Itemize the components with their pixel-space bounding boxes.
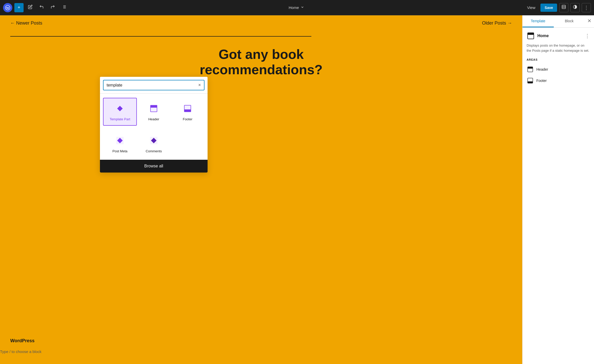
block-label-footer: Footer — [183, 117, 192, 121]
template-part-icon — [114, 102, 126, 115]
add-icon: + — [18, 5, 21, 10]
list-view-button[interactable] — [59, 3, 69, 12]
more-options-button[interactable]: ⋮ — [582, 3, 591, 12]
view-button[interactable]: View — [524, 4, 538, 11]
block-grid: Template Part Header — [100, 94, 208, 130]
main-layout: ← Newer Posts Older Posts → Got any book… — [0, 15, 594, 364]
canvas-navigation: ← Newer Posts Older Posts → — [0, 15, 522, 31]
sidebar-content: Home ⋮ Displays posts on the homepage, o… — [523, 28, 594, 364]
block-label-template-part: Template Part — [110, 117, 130, 121]
close-icon — [587, 18, 592, 25]
block-label-header: Header — [148, 117, 159, 121]
undo-button[interactable] — [37, 3, 46, 12]
block-label-post-meta: Post Meta — [112, 149, 128, 153]
tab-template[interactable]: Template — [523, 15, 554, 27]
block-grid-row2: Post Meta Comments — [100, 130, 208, 160]
older-posts-link[interactable]: Older Posts → — [482, 20, 512, 26]
block-search-input[interactable] — [107, 83, 196, 88]
header-area-icon — [527, 66, 534, 73]
svg-text:W: W — [6, 6, 9, 10]
header-area-name: Header — [536, 67, 548, 71]
svg-rect-27 — [528, 33, 534, 35]
wp-logo-icon[interactable]: W — [3, 3, 12, 12]
search-row: × — [100, 77, 208, 94]
post-meta-icon — [114, 134, 126, 147]
canvas-divider — [10, 36, 311, 37]
canvas-body: Got any book recommendations? — [0, 31, 522, 90]
headline-line1: Got any book — [219, 47, 304, 62]
canvas-area: ← Newer Posts Older Posts → Got any book… — [0, 15, 522, 364]
template-header-icon — [527, 32, 535, 40]
clear-icon: × — [198, 82, 201, 88]
svg-rect-8 — [562, 5, 566, 9]
redo-button[interactable] — [48, 3, 57, 12]
area-item-header[interactable]: Header — [527, 64, 590, 75]
contrast-button[interactable] — [570, 3, 580, 12]
older-posts-label: Older Posts → — [482, 20, 512, 26]
footer-area-name: Footer — [536, 79, 547, 83]
block-item-header[interactable]: Header — [137, 98, 171, 126]
page-title: Home — [289, 5, 299, 10]
more-icon: ⋮ — [584, 5, 589, 11]
block-item-post-meta[interactable]: Post Meta — [103, 130, 137, 158]
toolbar: W + — [0, 0, 594, 15]
search-box: × — [103, 80, 204, 90]
list-icon — [62, 5, 66, 10]
save-button[interactable]: Save — [540, 4, 557, 12]
block-item-footer[interactable]: Footer — [171, 98, 204, 126]
page-selector-button[interactable]: Home — [286, 4, 307, 11]
canvas-block-prompt: Type / to choose a block — [0, 349, 42, 354]
footer-block-icon — [181, 102, 194, 115]
canvas-content: ← Newer Posts Older Posts → Got any book… — [0, 15, 522, 364]
browse-all-button[interactable]: Browse all — [100, 160, 208, 173]
sidebar-tabs: Template Block — [523, 15, 594, 28]
block-label-comments: Comments — [146, 149, 162, 153]
redo-icon — [50, 5, 55, 10]
comments-icon — [148, 134, 160, 147]
area-item-footer[interactable]: Footer — [527, 75, 590, 86]
dropdown-icon — [301, 5, 304, 10]
search-clear-button[interactable]: × — [198, 82, 201, 88]
block-item-comments[interactable]: Comments — [137, 130, 171, 158]
areas-label: AREAS — [527, 58, 590, 61]
template-menu-button[interactable]: ⋮ — [585, 33, 590, 39]
svg-rect-29 — [528, 67, 533, 69]
header-block-icon — [148, 102, 160, 115]
add-block-button[interactable]: + — [14, 3, 24, 12]
edit-mode-button[interactable] — [26, 3, 35, 12]
template-name: Home — [537, 34, 582, 38]
headline-line2: recommendations? — [200, 62, 323, 77]
newer-posts-link[interactable]: ← Newer Posts — [10, 20, 42, 26]
template-description: Displays posts on the homepage, or on th… — [527, 43, 590, 53]
contrast-icon — [573, 5, 577, 10]
block-inserter-popup: × Template Part — [100, 77, 208, 173]
undo-icon — [39, 5, 44, 10]
layout-icon — [561, 5, 566, 10]
sidebar-close-button[interactable] — [585, 15, 594, 27]
pencil-icon — [28, 5, 33, 10]
block-item-template-part[interactable]: Template Part — [103, 98, 137, 126]
template-more-icon: ⋮ — [585, 33, 590, 39]
template-header: Home ⋮ — [527, 32, 590, 40]
canvas-headline: Got any book recommendations? — [197, 47, 325, 78]
footer-area-icon — [527, 77, 534, 84]
tab-block[interactable]: Block — [554, 15, 585, 27]
sidebar: Template Block Home — [522, 15, 594, 364]
page-selector-area: Home — [71, 4, 522, 11]
toolbar-right: View Save ⋮ — [524, 3, 591, 12]
canvas-footer-text: WordPress — [10, 338, 35, 344]
svg-rect-19 — [184, 110, 191, 112]
layout-button[interactable] — [559, 3, 568, 12]
svg-rect-31 — [528, 81, 533, 83]
newer-posts-label: ← Newer Posts — [10, 20, 42, 26]
svg-rect-16 — [150, 105, 157, 108]
